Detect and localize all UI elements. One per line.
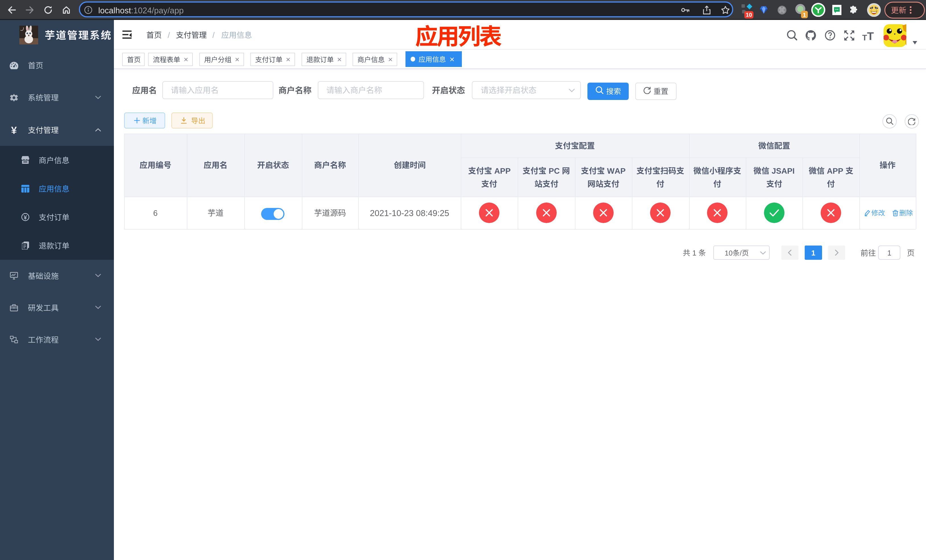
svg-text:1: 1: [803, 12, 806, 18]
svg-text:10: 10: [746, 12, 752, 18]
